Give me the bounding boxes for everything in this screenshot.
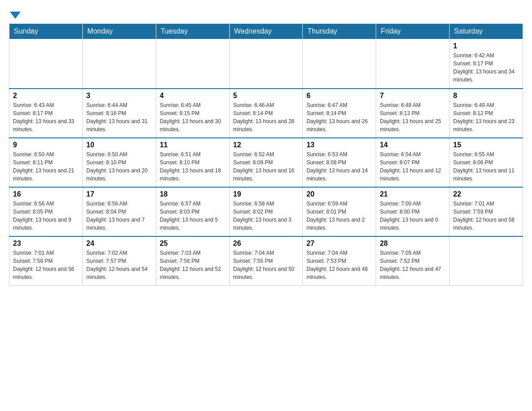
day-info: Sunrise: 6:50 AMSunset: 8:10 PMDaylight:… <box>86 150 152 183</box>
calendar-cell: 19Sunrise: 6:58 AMSunset: 8:02 PMDayligh… <box>229 187 303 236</box>
calendar-cell <box>303 39 376 89</box>
calendar-cell: 2Sunrise: 6:43 AMSunset: 8:17 PMDaylight… <box>9 89 83 138</box>
day-number: 16 <box>13 190 79 198</box>
day-number: 22 <box>453 190 519 198</box>
calendar-cell: 9Sunrise: 6:50 AMSunset: 8:11 PMDaylight… <box>9 138 83 187</box>
day-info: Sunrise: 6:53 AMSunset: 8:08 PMDaylight:… <box>306 150 372 183</box>
day-header-wednesday: Wednesday <box>229 24 303 39</box>
calendar-cell: 27Sunrise: 7:04 AMSunset: 7:53 PMDayligh… <box>303 236 376 286</box>
day-number: 19 <box>233 190 299 198</box>
day-info: Sunrise: 6:58 AMSunset: 8:02 PMDaylight:… <box>233 200 299 232</box>
calendar-cell <box>82 39 156 89</box>
calendar-cell: 23Sunrise: 7:01 AMSunset: 7:58 PMDayligh… <box>9 236 83 286</box>
day-info: Sunrise: 7:00 AMSunset: 8:00 PMDaylight:… <box>380 200 446 232</box>
day-info: Sunrise: 6:46 AMSunset: 8:14 PMDaylight:… <box>233 101 299 133</box>
calendar-cell: 13Sunrise: 6:53 AMSunset: 8:08 PMDayligh… <box>303 138 376 187</box>
calendar-cell <box>156 39 229 89</box>
week-row-3: 9Sunrise: 6:50 AMSunset: 8:11 PMDaylight… <box>9 138 523 187</box>
day-info: Sunrise: 6:57 AMSunset: 8:03 PMDaylight:… <box>160 200 226 232</box>
day-number: 14 <box>380 141 446 149</box>
day-number: 27 <box>306 240 372 248</box>
day-info: Sunrise: 6:59 AMSunset: 8:01 PMDaylight:… <box>306 200 372 232</box>
day-header-sunday: Sunday <box>9 24 83 39</box>
day-info: Sunrise: 6:43 AMSunset: 8:17 PMDaylight:… <box>13 101 79 133</box>
calendar-cell <box>229 39 303 89</box>
calendar-cell: 14Sunrise: 6:54 AMSunset: 8:07 PMDayligh… <box>376 138 450 187</box>
day-number: 17 <box>86 190 152 198</box>
day-number: 6 <box>306 92 372 100</box>
calendar-cell: 22Sunrise: 7:01 AMSunset: 7:59 PMDayligh… <box>450 187 523 236</box>
day-header-monday: Monday <box>82 24 156 39</box>
day-number: 8 <box>453 92 519 100</box>
day-info: Sunrise: 7:03 AMSunset: 7:56 PMDaylight:… <box>160 249 226 281</box>
calendar-cell: 28Sunrise: 7:05 AMSunset: 7:52 PMDayligh… <box>376 236 450 286</box>
day-number: 18 <box>160 190 226 198</box>
calendar-cell <box>450 236 523 286</box>
calendar-cell: 18Sunrise: 6:57 AMSunset: 8:03 PMDayligh… <box>156 187 229 236</box>
day-info: Sunrise: 6:44 AMSunset: 8:16 PMDaylight:… <box>86 101 152 133</box>
logo-arrow-icon <box>10 12 21 19</box>
day-number: 2 <box>13 92 79 100</box>
day-number: 28 <box>380 240 446 248</box>
day-info: Sunrise: 6:42 AMSunset: 8:17 PMDaylight:… <box>453 51 519 84</box>
calendar-cell <box>376 39 450 89</box>
calendar-cell: 7Sunrise: 6:48 AMSunset: 8:13 PMDaylight… <box>376 89 450 138</box>
calendar-cell: 4Sunrise: 6:45 AMSunset: 8:15 PMDaylight… <box>156 89 229 138</box>
day-number: 9 <box>13 141 79 149</box>
day-number: 1 <box>453 42 519 50</box>
day-info: Sunrise: 6:55 AMSunset: 8:06 PMDaylight:… <box>453 150 519 183</box>
day-number: 12 <box>233 141 299 149</box>
day-number: 20 <box>306 190 372 198</box>
calendar-cell: 6Sunrise: 6:47 AMSunset: 8:14 PMDaylight… <box>303 89 376 138</box>
week-row-5: 23Sunrise: 7:01 AMSunset: 7:58 PMDayligh… <box>9 236 523 286</box>
day-info: Sunrise: 6:56 AMSunset: 8:04 PMDaylight:… <box>86 200 152 232</box>
calendar-cell: 26Sunrise: 7:04 AMSunset: 7:55 PMDayligh… <box>229 236 303 286</box>
day-header-thursday: Thursday <box>303 24 376 39</box>
day-number: 23 <box>13 240 79 248</box>
day-number: 26 <box>233 240 299 248</box>
day-number: 24 <box>86 240 152 248</box>
day-header-saturday: Saturday <box>450 24 523 39</box>
calendar-cell: 17Sunrise: 6:56 AMSunset: 8:04 PMDayligh… <box>82 187 156 236</box>
calendar-cell: 15Sunrise: 6:55 AMSunset: 8:06 PMDayligh… <box>450 138 523 187</box>
calendar-cell: 3Sunrise: 6:44 AMSunset: 8:16 PMDaylight… <box>82 89 156 138</box>
day-number: 13 <box>306 141 372 149</box>
day-number: 25 <box>160 240 226 248</box>
day-info: Sunrise: 6:49 AMSunset: 8:12 PMDaylight:… <box>453 101 519 133</box>
week-row-4: 16Sunrise: 6:56 AMSunset: 8:05 PMDayligh… <box>9 187 523 236</box>
calendar-table: SundayMondayTuesdayWednesdayThursdayFrid… <box>9 23 523 286</box>
day-info: Sunrise: 6:45 AMSunset: 8:15 PMDaylight:… <box>160 101 226 133</box>
week-row-1: 1Sunrise: 6:42 AMSunset: 8:17 PMDaylight… <box>9 39 523 89</box>
day-number: 10 <box>86 141 152 149</box>
day-info: Sunrise: 6:52 AMSunset: 8:09 PMDaylight:… <box>233 150 299 183</box>
logo <box>9 9 21 19</box>
day-number: 3 <box>86 92 152 100</box>
day-header-friday: Friday <box>376 24 450 39</box>
day-number: 15 <box>453 141 519 149</box>
day-info: Sunrise: 6:56 AMSunset: 8:05 PMDaylight:… <box>13 200 79 232</box>
logo-combined <box>9 9 21 19</box>
calendar-cell <box>9 39 83 89</box>
calendar-cell: 24Sunrise: 7:02 AMSunset: 7:57 PMDayligh… <box>82 236 156 286</box>
day-info: Sunrise: 7:04 AMSunset: 7:53 PMDaylight:… <box>306 249 372 281</box>
day-info: Sunrise: 7:05 AMSunset: 7:52 PMDaylight:… <box>380 249 446 281</box>
calendar-cell: 21Sunrise: 7:00 AMSunset: 8:00 PMDayligh… <box>376 187 450 236</box>
calendar-cell: 12Sunrise: 6:52 AMSunset: 8:09 PMDayligh… <box>229 138 303 187</box>
day-info: Sunrise: 6:48 AMSunset: 8:13 PMDaylight:… <box>380 101 446 133</box>
calendar-cell: 5Sunrise: 6:46 AMSunset: 8:14 PMDaylight… <box>229 89 303 138</box>
day-info: Sunrise: 7:02 AMSunset: 7:57 PMDaylight:… <box>86 249 152 281</box>
day-info: Sunrise: 6:51 AMSunset: 8:10 PMDaylight:… <box>160 150 226 183</box>
day-number: 11 <box>160 141 226 149</box>
logo-row1 <box>9 9 21 19</box>
calendar-cell: 11Sunrise: 6:51 AMSunset: 8:10 PMDayligh… <box>156 138 229 187</box>
page-header <box>9 9 523 19</box>
day-header-tuesday: Tuesday <box>156 24 229 39</box>
calendar-cell: 25Sunrise: 7:03 AMSunset: 7:56 PMDayligh… <box>156 236 229 286</box>
day-number: 4 <box>160 92 226 100</box>
day-info: Sunrise: 7:01 AMSunset: 7:59 PMDaylight:… <box>453 200 519 232</box>
day-info: Sunrise: 7:01 AMSunset: 7:58 PMDaylight:… <box>13 249 79 281</box>
calendar-cell: 8Sunrise: 6:49 AMSunset: 8:12 PMDaylight… <box>450 89 523 138</box>
week-row-2: 2Sunrise: 6:43 AMSunset: 8:17 PMDaylight… <box>9 89 523 138</box>
day-info: Sunrise: 6:47 AMSunset: 8:14 PMDaylight:… <box>306 101 372 133</box>
day-info: Sunrise: 6:50 AMSunset: 8:11 PMDaylight:… <box>13 150 79 183</box>
